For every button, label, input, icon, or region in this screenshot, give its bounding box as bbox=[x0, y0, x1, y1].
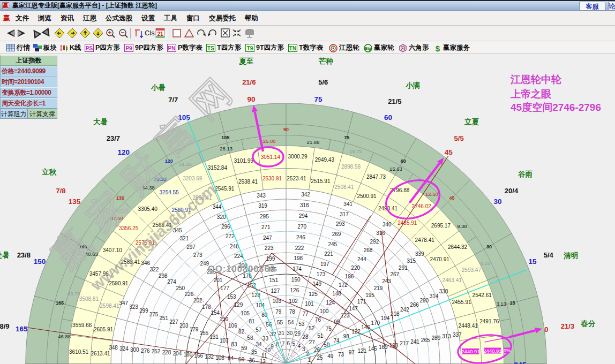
svg-text:147: 147 bbox=[349, 306, 358, 312]
svg-text:76: 76 bbox=[315, 317, 321, 323]
svg-text:98: 98 bbox=[343, 333, 350, 339]
svg-text:267: 267 bbox=[391, 271, 400, 277]
svg-text:25: 25 bbox=[317, 355, 323, 361]
svg-text:271: 271 bbox=[261, 224, 271, 230]
svg-text:323: 323 bbox=[129, 304, 138, 310]
svg-text:102: 102 bbox=[289, 298, 298, 304]
svg-text:321: 321 bbox=[180, 236, 189, 241]
svg-text:124: 124 bbox=[326, 300, 335, 306]
svg-text:29: 29 bbox=[295, 331, 301, 337]
svg-text:149: 149 bbox=[312, 281, 321, 287]
svg-text:275: 275 bbox=[149, 312, 159, 317]
svg-text:2470.91: 2470.91 bbox=[430, 256, 450, 262]
svg-text:54: 54 bbox=[288, 320, 294, 325]
svg-text:339: 339 bbox=[415, 251, 424, 257]
svg-text:27: 27 bbox=[309, 339, 316, 345]
svg-text:江恩轮中轮: 江恩轮中轮 bbox=[510, 74, 562, 85]
svg-text:51: 51 bbox=[317, 333, 324, 339]
svg-text:30: 30 bbox=[494, 198, 502, 206]
svg-text:2613.41: 2613.41 bbox=[91, 351, 110, 357]
svg-text:151: 151 bbox=[269, 277, 279, 283]
svg-text:TS: TS bbox=[207, 46, 214, 51]
svg-text:P9: P9 bbox=[125, 46, 132, 51]
svg-text:2440.91: 2440.91 bbox=[483, 348, 501, 354]
svg-text:220: 220 bbox=[351, 265, 360, 271]
svg-text:342: 342 bbox=[301, 192, 310, 198]
svg-text:T9: T9 bbox=[247, 46, 253, 51]
svg-text:266: 266 bbox=[410, 302, 419, 308]
svg-text:348: 348 bbox=[109, 345, 118, 351]
svg-text:155: 155 bbox=[199, 330, 208, 336]
svg-text:203: 203 bbox=[179, 323, 189, 329]
svg-text:15.63: 15.63 bbox=[389, 166, 402, 172]
svg-text:316: 316 bbox=[376, 230, 385, 236]
svg-text:338: 338 bbox=[439, 289, 448, 294]
svg-text:247: 247 bbox=[263, 235, 272, 241]
svg-text:58: 58 bbox=[247, 335, 253, 341]
svg-text:273: 273 bbox=[193, 252, 202, 258]
svg-text:18.75: 18.75 bbox=[349, 148, 362, 154]
svg-text:123: 123 bbox=[341, 313, 350, 318]
svg-text:153: 153 bbox=[227, 294, 236, 300]
svg-text:3508.81: 3508.81 bbox=[79, 296, 99, 302]
svg-text:135: 135 bbox=[69, 198, 81, 206]
svg-text:289: 289 bbox=[432, 335, 441, 341]
svg-text:31: 31 bbox=[279, 330, 285, 336]
svg-text:3203.69: 3203.69 bbox=[183, 176, 202, 181]
svg-text:202: 202 bbox=[193, 298, 202, 304]
svg-text:1: 1 bbox=[308, 357, 311, 363]
svg-text:2593.47: 2593.47 bbox=[462, 267, 482, 273]
svg-text:290: 290 bbox=[419, 298, 429, 304]
svg-text:$: $ bbox=[436, 44, 440, 52]
svg-text:11: 11 bbox=[261, 353, 267, 359]
svg-text:21/5: 21/5 bbox=[388, 97, 401, 105]
svg-text:223: 223 bbox=[265, 245, 274, 251]
svg-text:45: 45 bbox=[449, 195, 454, 201]
svg-text:34: 34 bbox=[256, 342, 262, 347]
svg-text:346: 346 bbox=[141, 260, 150, 266]
svg-text:78: 78 bbox=[289, 309, 296, 315]
svg-text:82: 82 bbox=[238, 329, 245, 335]
svg-text:2478.41: 2478.41 bbox=[415, 237, 435, 243]
svg-text:75: 75 bbox=[326, 326, 332, 332]
svg-text:269: 269 bbox=[332, 231, 341, 237]
svg-text:33: 33 bbox=[262, 336, 269, 342]
svg-text:15: 15 bbox=[510, 300, 515, 306]
svg-text:Big: Big bbox=[365, 47, 371, 51]
svg-text:3101.99: 3101.99 bbox=[234, 158, 254, 164]
svg-text:2545.91: 2545.91 bbox=[215, 186, 235, 192]
svg-text:79: 79 bbox=[275, 309, 282, 315]
svg-text:201: 201 bbox=[214, 277, 223, 283]
svg-text:7/8: 7/8 bbox=[56, 187, 65, 195]
svg-text:217: 217 bbox=[400, 340, 409, 346]
svg-text:3305.40: 3305.40 bbox=[138, 206, 158, 212]
svg-text:226: 226 bbox=[185, 291, 194, 297]
svg-text:197: 197 bbox=[320, 261, 329, 267]
svg-text:45度空间2746-2796: 45度空间2746-2796 bbox=[511, 102, 601, 113]
svg-text:21: 21 bbox=[157, 31, 163, 37]
svg-text:2847.73: 2847.73 bbox=[366, 174, 386, 180]
svg-text:129: 129 bbox=[234, 302, 243, 308]
svg-text:谷雨: 谷雨 bbox=[518, 170, 533, 178]
svg-text:293: 293 bbox=[336, 221, 345, 227]
svg-text:83: 83 bbox=[231, 342, 237, 347]
svg-text:7/7: 7/7 bbox=[168, 96, 178, 104]
svg-text:227: 227 bbox=[169, 319, 178, 325]
svg-text:31.25: 31.25 bbox=[179, 161, 192, 167]
svg-text:270: 270 bbox=[297, 224, 306, 230]
svg-text:268: 268 bbox=[364, 247, 373, 253]
svg-text:0%: 0% bbox=[504, 348, 511, 353]
svg-text:291: 291 bbox=[399, 265, 408, 271]
svg-text:244: 244 bbox=[357, 256, 366, 262]
svg-text:45: 45 bbox=[445, 148, 453, 156]
svg-text:TN: TN bbox=[289, 46, 296, 51]
svg-text:5/6: 5/6 bbox=[318, 78, 328, 86]
svg-text:21/6: 21/6 bbox=[242, 78, 256, 86]
svg-text:3152.84: 3152.84 bbox=[208, 165, 228, 171]
svg-text:2598.41: 2598.41 bbox=[100, 303, 119, 309]
svg-text:2605.91: 2605.91 bbox=[94, 327, 114, 332]
svg-text:28.13: 28.13 bbox=[220, 146, 232, 151]
svg-text:314: 314 bbox=[430, 293, 439, 299]
svg-text:23/8: 23/8 bbox=[17, 251, 31, 259]
svg-text:春分: 春分 bbox=[581, 320, 596, 328]
